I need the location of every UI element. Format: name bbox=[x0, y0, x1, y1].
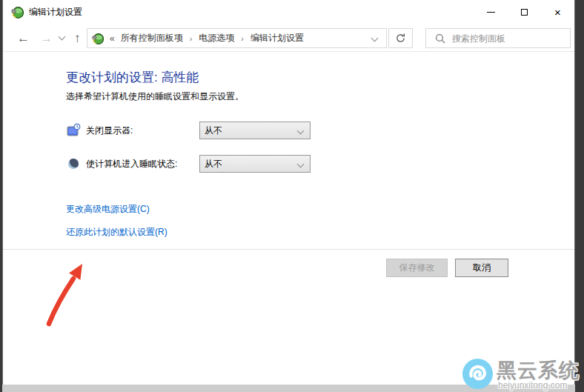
maximize-icon bbox=[521, 9, 528, 16]
forward-button[interactable]: → bbox=[35, 32, 58, 44]
refresh-icon bbox=[395, 33, 406, 44]
change-advanced-power-settings-link[interactable]: 更改高级电源设置(C) bbox=[66, 203, 150, 216]
cloud-logo-icon bbox=[461, 357, 494, 391]
page-subtitle: 选择希望计算机使用的睡眠设置和显示设置。 bbox=[66, 90, 244, 103]
sleep-value: 从不 bbox=[205, 158, 222, 170]
close-button[interactable]: × bbox=[541, 0, 574, 24]
close-icon: × bbox=[554, 7, 561, 18]
chevron-down-icon bbox=[371, 35, 379, 42]
display-off-dropdown[interactable]: 从不 bbox=[199, 122, 311, 139]
chevron-down-icon bbox=[297, 127, 305, 135]
minimize-icon bbox=[487, 12, 495, 13]
red-arrow-annotation bbox=[36, 259, 99, 333]
back-button[interactable]: ← bbox=[12, 32, 35, 44]
search-box bbox=[425, 28, 571, 48]
search-input[interactable] bbox=[452, 33, 556, 44]
sleep-icon bbox=[66, 156, 81, 171]
restore-default-settings-link[interactable]: 还原此计划的默认设置(R) bbox=[66, 226, 167, 239]
breadcrumb-edit-plan-settings[interactable]: 编辑计划设置 bbox=[249, 32, 305, 44]
navigation-toolbar: ← → ↑ « 所有控制面板项 › 电源选项 › 编辑计划设置 bbox=[3, 24, 574, 52]
edit-plan-settings-window: 编辑计划设置 × ← → ↑ « 所有控制面板项 › 电源选项 › bbox=[2, 0, 575, 385]
titlebar: 编辑计划设置 × bbox=[3, 0, 574, 24]
window-title: 编辑计划设置 bbox=[29, 6, 82, 19]
recent-pages-chevron-icon[interactable] bbox=[59, 33, 66, 41]
refresh-button[interactable] bbox=[388, 28, 413, 48]
page-title: 更改计划的设置: 高性能 bbox=[66, 69, 199, 86]
maximize-button[interactable] bbox=[508, 0, 541, 24]
breadcrumb-power-options[interactable]: 电源选项 bbox=[197, 32, 236, 44]
watermark-site-url: heiyunxitong.com bbox=[498, 380, 567, 391]
address-dropdown-button[interactable] bbox=[363, 29, 386, 47]
save-changes-button[interactable]: 保存修改 bbox=[386, 259, 448, 277]
display-off-value: 从不 bbox=[205, 124, 222, 137]
main-content: 更改计划的设置: 高性能 选择希望计算机使用的睡眠设置和显示设置。 关闭显示器:… bbox=[3, 53, 574, 385]
display-off-setting-row: 关闭显示器: 从不 bbox=[66, 123, 197, 138]
sleep-setting-row: 使计算机进入睡眠状态: 从不 bbox=[66, 156, 197, 171]
button-area-separator bbox=[3, 249, 574, 250]
display-off-label: 关闭显示器: bbox=[86, 124, 197, 137]
sleep-dropdown[interactable]: 从不 bbox=[199, 155, 311, 173]
breadcrumb-separator-icon: › bbox=[241, 34, 244, 43]
breadcrumb-all-control-panel-items[interactable]: 所有控制面板项 bbox=[119, 32, 185, 44]
chevron-down-icon bbox=[297, 161, 305, 168]
breadcrumb-overflow-icon[interactable]: « bbox=[110, 33, 115, 44]
breadcrumb-separator-icon: › bbox=[190, 34, 193, 43]
minimize-button[interactable] bbox=[474, 0, 508, 24]
up-button[interactable]: ↑ bbox=[69, 32, 86, 44]
search-icon bbox=[435, 33, 445, 44]
power-options-icon bbox=[11, 6, 24, 19]
cancel-button[interactable]: 取消 bbox=[455, 259, 508, 277]
display-timeout-icon bbox=[66, 123, 81, 138]
watermark: 黑云系统 heiyunxitong.com bbox=[459, 356, 584, 392]
address-bar[interactable]: « 所有控制面板项 › 电源选项 › 编辑计划设置 bbox=[87, 28, 387, 48]
power-options-icon bbox=[92, 33, 104, 44]
sleep-label: 使计算机进入睡眠状态: bbox=[86, 158, 197, 170]
